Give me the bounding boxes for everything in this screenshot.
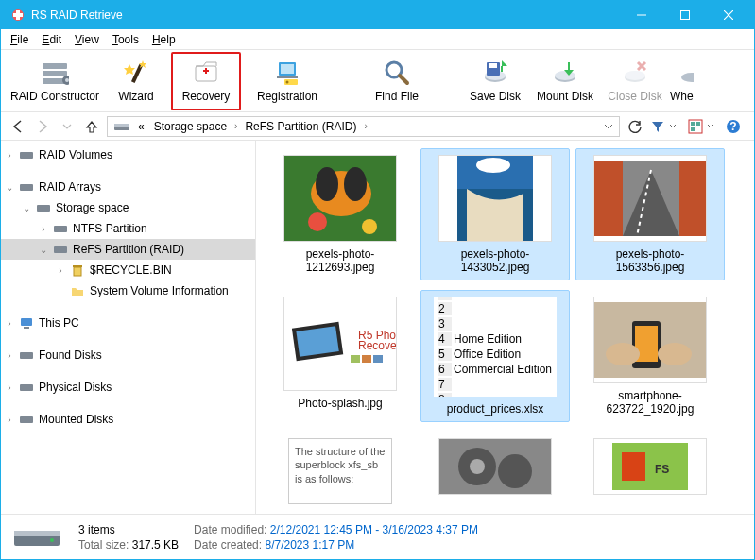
svg-rect-53 xyxy=(21,318,32,326)
file-label: pexels-photo-1563356.jpeg xyxy=(582,247,718,274)
svg-point-61 xyxy=(344,167,367,201)
drive-icon xyxy=(18,348,35,363)
menu-tools[interactable]: Tools xyxy=(107,31,145,48)
registration-button[interactable]: Registration xyxy=(241,52,334,110)
view-mode-icon[interactable] xyxy=(688,119,703,134)
find-file-button[interactable]: Find File xyxy=(362,52,432,110)
svg-rect-17 xyxy=(205,68,207,74)
tree-ntfs-partition[interactable]: ··›NTFS Partition xyxy=(1,218,255,239)
file-item[interactable]: pexels-photo-1212693.jpeg xyxy=(266,148,415,280)
refresh-button[interactable] xyxy=(626,117,644,136)
svg-point-66 xyxy=(476,158,510,173)
svg-point-60 xyxy=(316,167,338,201)
thumbnail-icon: R5 PhotoRecovery xyxy=(283,297,397,391)
tree-sidebar: ›RAID Volumes ⌄RAID Arrays ·⌄Storage spa… xyxy=(1,141,256,514)
breadcrumb-bar[interactable]: « Storage space › ReFS Partition (RAID) … xyxy=(107,116,620,137)
tree-found-disks[interactable]: ›Found Disks xyxy=(1,345,255,365)
file-label: product_prices.xlsx xyxy=(447,402,544,416)
wheel-button-partial[interactable]: Whe xyxy=(670,52,698,110)
chevron-down-icon[interactable] xyxy=(604,122,613,131)
wizard-button[interactable]: Wizard xyxy=(101,52,171,110)
file-item[interactable]: pexels-photo-1563356.jpeg xyxy=(575,148,725,280)
svg-rect-2 xyxy=(13,13,23,17)
file-item[interactable]: A 1 2 3 4Home Edition 5Office Edition 6C… xyxy=(420,290,570,422)
svg-rect-54 xyxy=(24,327,29,329)
drive-icon xyxy=(18,147,35,162)
svg-text:?: ? xyxy=(729,120,736,133)
tree-raid-volumes[interactable]: ›RAID Volumes xyxy=(1,144,255,165)
svg-rect-4 xyxy=(681,11,690,20)
tree-this-pc[interactable]: ›This PC xyxy=(1,313,255,333)
tool-label: Whe xyxy=(670,90,694,103)
tool-label: RAID Constructor xyxy=(10,90,99,103)
registration-icon xyxy=(273,59,301,87)
menu-help[interactable]: Help xyxy=(146,31,181,48)
statusbar: 3 items Total size: 317.5 KB Date modifi… xyxy=(1,514,754,559)
file-item[interactable]: pexels-photo-1433052.jpeg xyxy=(420,148,570,280)
wheel-icon xyxy=(670,59,698,87)
breadcrumb-seg[interactable]: Storage space xyxy=(152,120,229,133)
status-created-value: 8/7/2023 1:17 PM xyxy=(265,538,354,552)
tree-physical-disks[interactable]: ›Physical Disks xyxy=(1,377,255,398)
app-icon xyxy=(10,8,26,23)
file-item[interactable]: R5 PhotoRecovery Photo-splash.jpg xyxy=(266,290,415,422)
filter-icon[interactable] xyxy=(650,119,665,134)
maximize-button[interactable] xyxy=(663,1,707,29)
svg-rect-51 xyxy=(74,267,81,276)
folder-icon xyxy=(69,283,86,298)
breadcrumb-pre: « xyxy=(136,120,146,133)
menubar: File Edit View Tools Help xyxy=(1,29,754,50)
svg-rect-79 xyxy=(373,355,383,363)
status-modified-value: 2/12/2021 12:45 PM - 3/16/2023 4:37 PM xyxy=(270,523,478,536)
recovery-button[interactable]: Recovery xyxy=(171,52,241,110)
thumbnail-icon xyxy=(593,297,707,383)
help-icon[interactable]: ? xyxy=(726,119,741,134)
drive-icon xyxy=(52,221,69,236)
filter-dropdown-icon[interactable] xyxy=(669,123,677,130)
close-button[interactable] xyxy=(707,1,750,29)
svg-rect-49 xyxy=(54,226,67,232)
save-disk-icon xyxy=(481,59,509,87)
status-items: 3 items xyxy=(78,523,179,536)
svg-rect-28 xyxy=(489,63,497,68)
menu-edit[interactable]: Edit xyxy=(36,31,67,48)
back-button[interactable] xyxy=(9,117,27,136)
svg-rect-46 xyxy=(20,152,33,159)
tree-mounted-disks[interactable]: ›Mounted Disks xyxy=(1,409,255,430)
drive-icon xyxy=(35,200,52,215)
tree-refs-partition[interactable]: ··⌄ReFS Partition (RAID) xyxy=(1,239,255,260)
tree-storage-space[interactable]: ·⌄Storage space xyxy=(1,197,255,218)
tree-system-volume-info[interactable]: ····System Volume Information xyxy=(1,280,255,301)
tree-recycle-bin[interactable]: ···›$RECYCLE.BIN xyxy=(1,260,255,280)
save-disk-button[interactable]: Save Disk xyxy=(460,52,530,110)
drive-icon xyxy=(52,242,69,257)
tool-label: Registration xyxy=(257,90,317,103)
menu-view[interactable]: View xyxy=(69,31,105,48)
file-item[interactable]: The structure of the superblock xfs_sb i… xyxy=(266,432,415,514)
view-dropdown-icon[interactable] xyxy=(707,123,714,130)
tree-raid-arrays[interactable]: ⌄RAID Arrays xyxy=(1,177,255,197)
raid-constructor-button[interactable]: RAID Constructor xyxy=(9,52,101,110)
svg-point-22 xyxy=(286,81,289,84)
svg-rect-52 xyxy=(73,265,82,267)
minimize-button[interactable] xyxy=(620,1,663,29)
history-dropdown[interactable] xyxy=(58,117,77,136)
titlebar: RS RAID Retrieve xyxy=(1,1,754,29)
svg-rect-43 xyxy=(691,127,695,131)
status-size-value: 317.5 KB xyxy=(132,538,179,552)
recycle-icon xyxy=(69,263,86,278)
svg-rect-47 xyxy=(20,184,33,191)
menu-file[interactable]: File xyxy=(5,31,34,48)
drive-icon xyxy=(18,179,35,195)
window-title: RS RAID Retrieve xyxy=(31,8,620,22)
file-item[interactable] xyxy=(420,432,570,514)
file-item[interactable]: smartphone-623722_1920.jpg xyxy=(575,290,725,422)
text-preview: The structure of the superblock xfs_sb i… xyxy=(288,438,392,504)
up-button[interactable] xyxy=(82,117,101,136)
tool-label: Mount Disk xyxy=(537,90,593,103)
breadcrumb-seg[interactable]: ReFS Partition (RAID) xyxy=(243,120,358,133)
mount-disk-icon xyxy=(551,59,579,87)
mount-disk-button[interactable]: Mount Disk xyxy=(530,52,600,110)
file-item[interactable]: FS xyxy=(575,432,725,514)
tool-label: Close Disk xyxy=(608,90,661,103)
